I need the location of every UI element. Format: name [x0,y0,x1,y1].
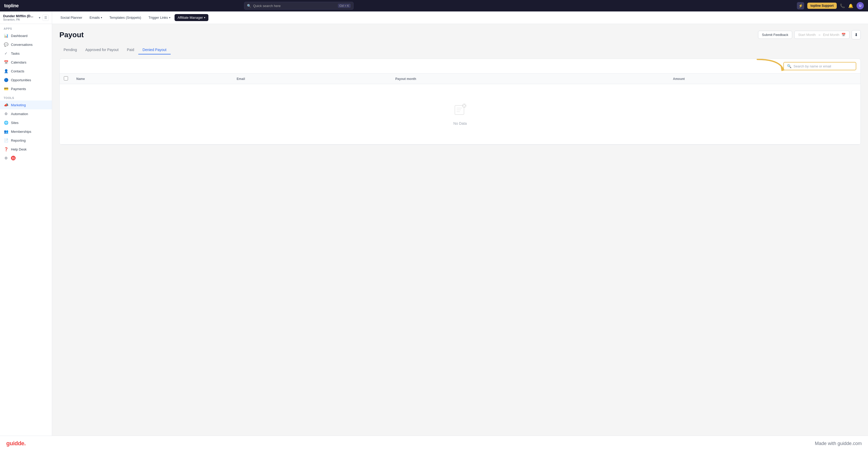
tools-section-label: Tools [0,93,52,100]
subnav-templates[interactable]: Templates (Snippets) [106,14,144,21]
sidebar-item-calendars[interactable]: 📅 Calendars [0,58,52,67]
sidebar-item-label: Conversations [11,43,33,46]
guidde-footer: guidde. Made with guidde.com [0,436,868,451]
payout-table: Name Email Payout month Amount [60,74,861,144]
sidebar-item-label: Marketing [11,103,26,107]
sidebar-item-opportunities[interactable]: 🔵 Opportunities [0,75,52,84]
sidebar-item-memberships[interactable]: 👥 Memberships [0,127,52,136]
search-icon: 🔍 [247,4,251,8]
guidde-logo: guidde. [6,440,26,447]
app-body: Dunder Mifflin (D... Scranton, PA ▾ ☰ Ap… [0,11,868,436]
tasks-icon: ✓ [4,51,8,56]
sidebar-item-label: Calendars [11,60,26,64]
tab-paid[interactable]: Paid [123,45,138,55]
main-content: Social Planner Emails ▾ Templates (Snipp… [52,11,868,436]
guidde-tagline: Made with guidde.com [815,441,862,446]
sidebar-item-marketing[interactable]: 📣 Marketing [0,100,52,109]
empty-state-text: No Data [453,121,467,126]
sidebar-item-extra[interactable]: ⚙ 11 [0,154,52,162]
download-button[interactable]: ⬇ [851,30,861,39]
lightning-button[interactable]: ⚡ [797,2,804,9]
subnav-trigger-links[interactable]: Trigger Links ▾ [145,14,174,21]
sidebar-item-payments[interactable]: 💳 Payments [0,84,52,93]
search-icon: 🔍 [787,64,792,68]
sidebar-item-label: Reporting [11,138,26,142]
phone-icon[interactable]: 📞 [840,3,845,8]
sub-navigation: Social Planner Emails ▾ Templates (Snipp… [52,11,868,24]
notifications-icon[interactable]: 🔔 [848,3,854,8]
empty-state-icon [454,103,467,118]
subnav-social-planner[interactable]: Social Planner [57,14,86,21]
sidebar-item-sites[interactable]: 🌐 Sites [0,118,52,127]
col-payout-month: Payout month [391,74,669,84]
user-avatar[interactable]: U [857,2,864,9]
payout-table-card: 🔍 Name [59,59,861,145]
empty-state: No Data [64,87,856,141]
col-name: Name [72,74,232,84]
conversations-icon: 💬 [4,42,8,47]
date-range-arrow-icon: → [818,33,821,37]
tab-denied[interactable]: Denied Payout [138,45,170,55]
sidebar-item-label: Opportunities [11,78,31,82]
workspace-location: Scranton, PA [3,18,37,21]
extra-icon: ⚙ [4,156,8,160]
sidebar-item-helpdesk[interactable]: ❓ Help Desk [0,145,52,154]
header-actions: Submit Feedback Start Month → End Month … [758,30,861,39]
dashboard-icon: 📊 [4,33,8,38]
marketing-icon: 📣 [4,103,8,107]
subnav-affiliate-manager[interactable]: Affiliate Manager ▾ [175,14,208,21]
sidebar-item-label: Contacts [11,69,24,73]
emails-chevron-icon: ▾ [101,16,102,19]
sidebar-item-reporting[interactable]: 📄 Reporting [0,136,52,145]
end-month-text: End Month [823,33,839,37]
sidebar-item-label: Sites [11,121,19,125]
automation-icon: ⚙ [4,111,8,116]
trigger-links-chevron-icon: ▾ [169,16,170,19]
empty-state-row: No Data [60,84,861,144]
support-button[interactable]: topline Support [807,3,837,9]
top-navigation: topline 🔍 Quick search here Ctrl + K ⚡ t… [0,0,868,11]
select-all-checkbox[interactable] [64,76,68,80]
sidebar-item-tasks[interactable]: ✓ Tasks [0,49,52,58]
payments-icon: 💳 [4,87,8,91]
search-placeholder-text: Quick search here [253,4,281,8]
memberships-icon: 👥 [4,129,8,134]
sidebar-item-dashboard[interactable]: 📊 Dashboard [0,31,52,40]
tab-pending[interactable]: Pending [59,45,81,55]
sidebar-collapse-button[interactable]: ☰ [42,14,49,21]
sidebar-item-label: Automation [11,112,28,116]
table-header: Name Email Payout month Amount [60,74,861,84]
col-amount: Amount [669,74,861,84]
content-area: Payout Submit Feedback Start Month → End… [52,24,868,436]
sidebar-item-label: Dashboard [11,34,28,38]
sidebar-item-label: Help Desk [11,148,27,151]
payout-tabs: Pending Approved for Payout Paid Denied … [59,45,861,55]
search-input-wrapper[interactable]: 🔍 [783,62,856,70]
sidebar-item-label: Payments [11,87,26,91]
search-shortcut: Ctrl + K [338,4,351,8]
sidebar: Dunder Mifflin (D... Scranton, PA ▾ ☰ Ap… [0,11,52,436]
workspace-selector[interactable]: Dunder Mifflin (D... Scranton, PA ▾ ☰ [0,11,52,24]
sidebar-item-contacts[interactable]: 👤 Contacts [0,67,52,75]
contacts-icon: 👤 [4,69,8,73]
subnav-emails[interactable]: Emails ▾ [87,14,105,21]
date-range-picker[interactable]: Start Month → End Month 📅 [794,31,849,39]
workspace-chevron-icon: ▾ [39,16,40,20]
app-logo: topline [4,3,19,9]
calendar-icon: 📅 [841,33,846,37]
table-header-row: 🔍 [60,59,861,74]
submit-feedback-button[interactable]: Submit Feedback [758,31,792,39]
sidebar-item-label: Memberships [11,130,31,134]
page-title: Payout [59,31,84,39]
sidebar-item-automation[interactable]: ⚙ Automation [0,109,52,118]
sites-icon: 🌐 [4,120,8,125]
tab-approved[interactable]: Approved for Payout [81,45,123,55]
search-input[interactable] [794,64,852,68]
global-search-bar[interactable]: 🔍 Quick search here Ctrl + K [244,2,353,10]
col-email: Email [232,74,391,84]
col-checkbox [60,74,72,84]
sidebar-item-label: Tasks [11,52,20,56]
affiliate-manager-chevron-icon: ▾ [204,16,205,19]
nav-actions: ⚡ topline Support 📞 🔔 U [797,2,864,9]
sidebar-item-conversations[interactable]: 💬 Conversations [0,40,52,49]
